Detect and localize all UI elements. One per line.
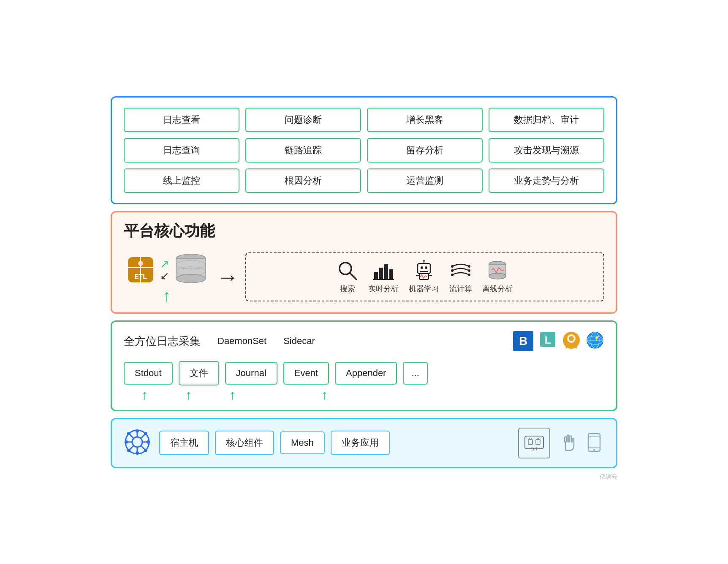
bottom-core: 核心组件 xyxy=(215,431,274,455)
collection-header: 全方位日志采集 DaemonSet Sidecar B L xyxy=(124,330,604,352)
collection-logos: B L xyxy=(513,330,604,352)
svg-rect-13 xyxy=(379,268,383,279)
source-journal: Journal xyxy=(225,362,277,385)
logo-globe xyxy=(586,331,604,351)
svg-point-18 xyxy=(421,266,423,269)
offline-label: 离线分析 xyxy=(482,284,513,294)
stream-label: 流计算 xyxy=(449,284,472,294)
daemon-label: DaemonSet xyxy=(217,336,266,347)
svg-rect-15 xyxy=(389,269,393,279)
source-with-arrows: Stdout 文件 Journal Event Appender ... xyxy=(124,361,604,385)
svg-line-11 xyxy=(350,273,356,279)
touch-icon xyxy=(557,432,577,454)
svg-rect-14 xyxy=(384,264,388,279)
use-cases-section: 日志查看 问题诊断 增长黑客 数据归档、审计 日志查询 链路追踪 留存分析 攻击… xyxy=(111,96,617,204)
svg-rect-20 xyxy=(420,271,428,272)
source-appender: Appender xyxy=(335,362,397,385)
use-case-5: 日志查询 xyxy=(124,138,239,163)
platform-title: 平台核心功能 xyxy=(124,221,604,241)
iot-icon: IoT xyxy=(518,428,550,458)
svg-point-47 xyxy=(595,336,598,339)
analysis-offline: 离线分析 xyxy=(482,260,513,294)
source-dots: ... xyxy=(403,362,427,385)
svg-rect-68 xyxy=(528,439,532,445)
bottom-logos: IoT xyxy=(518,428,604,458)
source-stdout: Stdout xyxy=(124,362,173,385)
svg-point-78 xyxy=(593,449,595,451)
offline-db-icon xyxy=(487,260,508,281)
svg-text:L: L xyxy=(545,334,551,346)
arrow-right: ↗ xyxy=(160,258,169,269)
collection-section: 全方位日志采集 DaemonSet Sidecar B L xyxy=(111,320,617,411)
svg-point-50 xyxy=(132,437,142,447)
svg-point-30 xyxy=(451,269,454,272)
source-event: Event xyxy=(283,362,329,385)
svg-point-28 xyxy=(468,274,470,276)
use-case-7: 留存分析 xyxy=(367,138,483,163)
arrow-up-journal: ↑ xyxy=(212,388,254,401)
collection-title: 全方位日志采集 xyxy=(124,334,201,349)
search-label: 搜索 xyxy=(340,284,355,294)
svg-point-22 xyxy=(423,260,425,262)
search-icon xyxy=(337,260,358,281)
svg-point-65 xyxy=(144,432,147,435)
arrow-up-file: ↑ xyxy=(172,388,206,401)
platform-section: 平台核心功能 ETL xyxy=(111,211,617,314)
svg-rect-12 xyxy=(374,272,378,279)
bottom-app: 业务应用 xyxy=(331,431,390,455)
svg-point-61 xyxy=(125,440,128,444)
source-file-col: 文件 xyxy=(179,361,219,385)
realtime-label: 实时分析 xyxy=(368,284,399,294)
svg-rect-69 xyxy=(536,439,540,445)
use-case-1: 日志查看 xyxy=(124,108,239,132)
analysis-ml: 机器学习 xyxy=(409,260,439,294)
k8s-helm-icon xyxy=(124,428,151,457)
use-case-3: 增长黑客 xyxy=(367,108,483,132)
logo-logstash: L xyxy=(538,330,557,352)
arrow-up-stdout: ↑ xyxy=(124,388,166,401)
bottom-mesh: Mesh xyxy=(280,431,325,454)
svg-point-19 xyxy=(425,266,427,269)
svg-point-7 xyxy=(176,274,206,283)
use-case-9: 线上监控 xyxy=(124,168,239,193)
svg-point-63 xyxy=(127,432,130,435)
logo-honey xyxy=(562,331,581,351)
robot-icon xyxy=(413,260,435,281)
analysis-box: 搜索 实时分析 xyxy=(245,252,604,301)
source-event-col: Event xyxy=(283,362,329,385)
svg-point-4 xyxy=(138,261,143,266)
use-case-8: 攻击发现与溯源 xyxy=(489,138,604,163)
svg-point-64 xyxy=(144,449,147,452)
svg-point-31 xyxy=(451,274,454,276)
svg-point-39 xyxy=(569,336,574,341)
ml-label: 机器学习 xyxy=(409,284,439,294)
svg-point-60 xyxy=(136,451,139,455)
analysis-icons: 搜索 实时分析 xyxy=(337,260,513,294)
svg-point-66 xyxy=(127,449,130,452)
phone-icon xyxy=(584,432,604,454)
svg-point-27 xyxy=(468,269,470,272)
use-case-grid: 日志查看 问题诊断 增长黑客 数据归档、审计 日志查询 链路追踪 留存分析 攻击… xyxy=(124,108,604,193)
etl-icon: ETL xyxy=(124,253,158,287)
big-right-arrow: → xyxy=(217,264,239,290)
watermark: 亿速云 xyxy=(600,473,617,481)
platform-inner: ETL ↗ ↙ xyxy=(124,250,604,304)
use-case-2: 问题诊断 xyxy=(245,108,361,132)
source-journal-col: Journal xyxy=(225,362,277,385)
use-case-6: 链路追踪 xyxy=(245,138,361,163)
etl-arrows: ↗ ↙ xyxy=(160,258,169,281)
analysis-stream: 流计算 xyxy=(449,260,472,294)
analysis-realtime: 实时分析 xyxy=(368,260,399,294)
arrow-up-appender: ↑ xyxy=(299,388,350,401)
logo-b: B xyxy=(513,331,533,351)
svg-point-62 xyxy=(147,440,150,444)
stream-icon xyxy=(450,260,471,281)
source-more-col: ... xyxy=(403,362,427,385)
source-appender-col: Appender xyxy=(335,362,397,385)
sidecar-label: Sidecar xyxy=(283,336,315,347)
bottom-items: 宿主机 核心组件 Mesh 业务应用 xyxy=(159,431,510,455)
barchart-icon xyxy=(373,260,394,281)
analysis-search: 搜索 xyxy=(337,260,358,294)
main-diagram: 日志查看 问题诊断 增长黑客 数据归档、审计 日志查询 链路追踪 留存分析 攻击… xyxy=(111,96,617,468)
svg-point-26 xyxy=(468,265,470,268)
